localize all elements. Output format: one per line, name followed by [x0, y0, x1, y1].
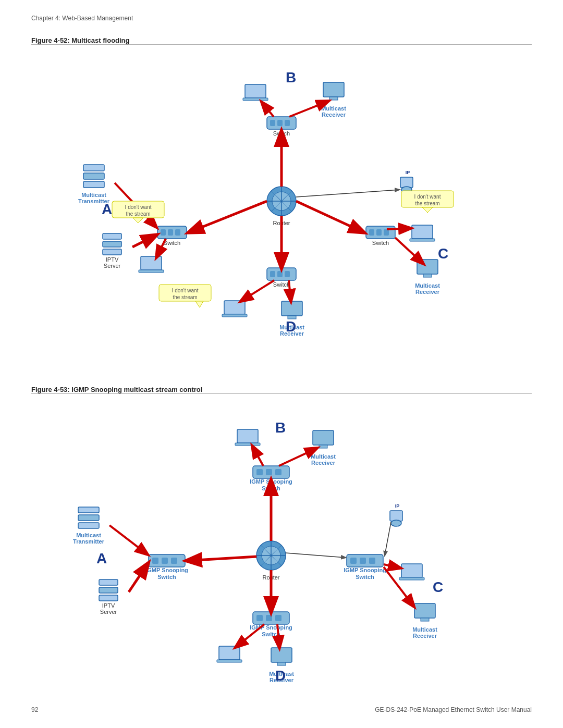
- svg-rect-129: [78, 507, 99, 513]
- svg-rect-94: [256, 469, 263, 475]
- svg-text:Switch: Switch: [157, 574, 176, 580]
- svg-rect-95: [266, 469, 272, 475]
- svg-line-144: [385, 522, 391, 556]
- svg-text:Receiver: Receiver: [415, 289, 440, 295]
- svg-text:Receiver: Receiver: [413, 633, 437, 639]
- svg-rect-18: [369, 229, 374, 236]
- svg-rect-10: [285, 120, 290, 126]
- svg-rect-76: [282, 301, 302, 316]
- svg-rect-134: [99, 579, 118, 585]
- svg-rect-101: [162, 558, 168, 564]
- callout-3: I don't want the stream: [159, 285, 211, 307]
- svg-text:Multicast: Multicast: [415, 282, 440, 289]
- svg-line-80: [241, 280, 274, 301]
- svg-rect-136: [99, 595, 118, 601]
- svg-rect-39: [83, 165, 104, 171]
- svg-text:the stream: the stream: [415, 201, 439, 206]
- svg-text:Switch: Switch: [164, 240, 180, 246]
- svg-rect-106: [350, 558, 357, 564]
- svg-marker-52: [133, 218, 143, 223]
- svg-text:Receiver: Receiver: [311, 460, 336, 466]
- svg-line-120: [286, 553, 346, 558]
- figure-52-divider: [31, 44, 532, 45]
- svg-rect-107: [360, 558, 366, 564]
- svg-text:IGMP Snooping: IGMP Snooping: [145, 567, 188, 573]
- svg-rect-130: [78, 515, 99, 521]
- ip-phone-2: IP: [390, 503, 402, 526]
- letter-B: B: [286, 69, 296, 85]
- svg-line-118: [187, 557, 256, 561]
- laptop-left: [139, 256, 164, 273]
- svg-line-81: [289, 280, 291, 301]
- svg-rect-150: [399, 577, 424, 580]
- svg-rect-56: [139, 270, 164, 273]
- svg-line-73: [387, 228, 411, 229]
- svg-text:Switch: Switch: [273, 281, 290, 288]
- svg-rect-141: [390, 511, 402, 521]
- letter-B-2: B: [275, 419, 286, 436]
- svg-text:Transmitter: Transmitter: [73, 538, 105, 545]
- svg-rect-19: [376, 229, 382, 236]
- svg-rect-149: [401, 564, 422, 577]
- chapter-header: Chapter 4: Web-Based Management: [31, 15, 133, 22]
- letter-D-2: D: [275, 668, 286, 684]
- svg-rect-23: [270, 271, 275, 277]
- svg-rect-14: [168, 229, 173, 236]
- laptop-right: [410, 225, 435, 241]
- svg-text:the stream: the stream: [173, 294, 197, 300]
- svg-rect-15: [175, 229, 180, 236]
- svg-rect-131: [78, 523, 99, 528]
- svg-text:IGMP Snooping: IGMP Snooping: [344, 567, 386, 573]
- letter-C-2: C: [433, 579, 443, 595]
- svg-rect-31: [323, 82, 344, 97]
- svg-line-127: [252, 446, 263, 466]
- svg-text:Multicast: Multicast: [321, 105, 346, 112]
- svg-rect-13: [161, 229, 166, 236]
- svg-line-28: [189, 201, 267, 232]
- figure-53-divider: [31, 393, 532, 394]
- laptop-bottom: [222, 301, 247, 317]
- svg-rect-108: [369, 558, 375, 564]
- callout-1: I don't want the stream: [112, 201, 164, 223]
- laptop-top: [235, 429, 260, 446]
- svg-rect-41: [83, 181, 104, 188]
- figure-52-svg: Router Switch Switch: [31, 50, 532, 342]
- svg-marker-63: [422, 207, 433, 213]
- svg-rect-112: [256, 615, 263, 621]
- svg-text:I don't want: I don't want: [414, 194, 441, 200]
- iptv-server: IPTV Server: [103, 233, 121, 269]
- laptop-right-2: [399, 564, 424, 580]
- svg-rect-126: [235, 443, 260, 446]
- letter-A-2: A: [96, 550, 107, 566]
- svg-rect-145: [414, 603, 435, 618]
- svg-rect-25: [285, 271, 290, 277]
- svg-text:the stream: the stream: [126, 211, 150, 217]
- switch-bottom-node: Switch: [267, 268, 296, 288]
- figure-53-diagram: Router IGMP Snooping Switch IGMP Snoopin…: [31, 399, 532, 701]
- svg-line-29: [296, 201, 364, 232]
- letter-A: A: [102, 201, 112, 217]
- svg-rect-102: [171, 558, 177, 564]
- svg-rect-32: [329, 97, 338, 100]
- svg-text:Multicast: Multicast: [412, 626, 437, 633]
- svg-rect-122: [319, 445, 327, 448]
- figure-52-title: Figure 4-52: Multicast flooding: [31, 36, 532, 44]
- svg-line-49: [132, 235, 156, 247]
- svg-rect-100: [152, 558, 158, 564]
- svg-rect-75: [222, 314, 247, 317]
- laptop-B: [243, 84, 268, 101]
- svg-rect-44: [103, 233, 121, 239]
- multicast-transmitter: Multicast Transmitter: [78, 165, 110, 204]
- svg-rect-35: [245, 84, 266, 98]
- svg-text:I don't want: I don't want: [125, 204, 152, 210]
- svg-rect-155: [271, 648, 292, 662]
- svg-rect-45: [103, 241, 121, 247]
- svg-rect-113: [266, 615, 272, 621]
- svg-rect-153: [219, 646, 240, 660]
- figure-52-diagram: Router Switch Switch: [31, 50, 532, 342]
- svg-rect-55: [141, 256, 162, 270]
- receiver-C: Multicast Receiver: [415, 260, 440, 295]
- figure-53-section: Figure 4-53: IGMP Snooping multicast str…: [31, 386, 532, 701]
- letter-C: C: [438, 245, 448, 262]
- page-number: 92: [31, 706, 38, 713]
